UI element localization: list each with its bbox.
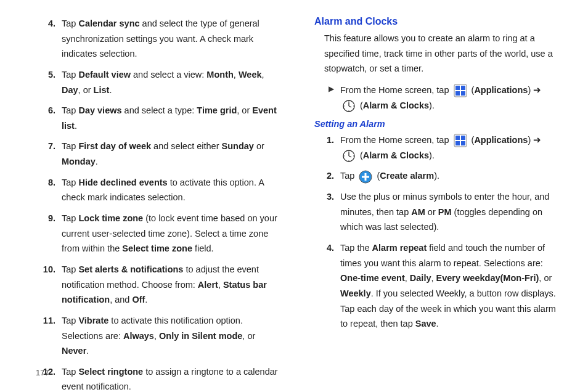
applications-grid-icon xyxy=(454,134,467,147)
step-item: 3.Use the plus or minus symbols to enter… xyxy=(314,189,558,235)
step-item: 2.Tap (Create alarm). xyxy=(314,168,558,184)
svg-rect-1 xyxy=(455,86,460,90)
step-text: Tap Set alerts & notifications to adjust… xyxy=(62,262,280,308)
step-item: 4.Tap the Alarm repeat field and touch t… xyxy=(314,240,558,332)
clock-icon xyxy=(342,99,356,113)
right-steps-list: 1.From the Home screen, tap (Application… xyxy=(314,133,558,332)
step-text: Use the plus or minus symbols to enter t… xyxy=(340,189,558,235)
step-number: 6. xyxy=(36,103,62,133)
nav-instruction: ▶ From the Home screen, tap (Application… xyxy=(314,83,558,113)
svg-point-9 xyxy=(348,110,349,112)
step-number: 10. xyxy=(36,262,62,308)
step-item: 12.Tap Select ringtone to assign a ringt… xyxy=(36,364,280,392)
step-number: 11. xyxy=(36,313,62,359)
step-number: 7. xyxy=(36,139,62,169)
clock-icon xyxy=(342,149,356,163)
svg-rect-3 xyxy=(455,91,460,96)
step-text: Tap Lock time zone (to lock event time b… xyxy=(62,211,280,256)
step-text: Tap Day views and select a type: Time gr… xyxy=(62,103,280,133)
intro-text: This feature allows you to create an ala… xyxy=(324,31,558,76)
svg-point-8 xyxy=(348,100,349,102)
step-item: 7.Tap First day of week and select eithe… xyxy=(36,139,280,169)
step-item: 1.From the Home screen, tap (Application… xyxy=(314,133,558,163)
step-item: 5.Tap Default view and select a view: Mo… xyxy=(36,67,280,97)
svg-point-11 xyxy=(353,105,354,107)
triangle-bullet-icon: ▶ xyxy=(314,83,340,113)
nav-line-text: From the Home screen, tap (Applications)… xyxy=(340,83,558,113)
section-heading-alarm-clocks: Alarm and Clocks xyxy=(314,16,558,27)
left-column: 4.Tap Calendar sync and select the type … xyxy=(36,16,280,392)
page-number: 177 xyxy=(36,368,49,377)
step-text: Tap the Alarm repeat field and touch the… xyxy=(340,240,558,332)
svg-point-10 xyxy=(343,105,345,107)
svg-point-22 xyxy=(343,155,345,157)
svg-rect-14 xyxy=(461,136,465,140)
step-item: 11.Tap Vibrate to activate this notifica… xyxy=(36,313,280,359)
svg-rect-16 xyxy=(461,141,465,145)
svg-point-23 xyxy=(353,155,354,157)
step-item: 8.Tap Hide declined events to activate t… xyxy=(36,175,280,205)
right-column: Alarm and Clocks This feature allows you… xyxy=(314,16,558,392)
step-item: 9.Tap Lock time zone (to lock event time… xyxy=(36,211,280,256)
svg-point-20 xyxy=(348,150,349,152)
svg-rect-13 xyxy=(455,136,460,140)
step-item: 4.Tap Calendar sync and select the type … xyxy=(36,16,280,62)
page: 4.Tap Calendar sync and select the type … xyxy=(0,0,588,392)
step-text: Tap Vibrate to activate this notificatio… xyxy=(62,313,280,359)
step-number: 4. xyxy=(314,240,340,332)
step-number: 2. xyxy=(314,168,340,184)
step-number: 4. xyxy=(36,16,62,62)
step-text: From the Home screen, tap (Applications)… xyxy=(340,133,558,163)
plus-circle-icon xyxy=(359,170,372,184)
subheading-setting-alarm: Setting an Alarm xyxy=(314,119,558,129)
svg-rect-2 xyxy=(461,86,465,90)
step-text: Tap (Create alarm). xyxy=(340,168,558,184)
step-text: Tap First day of week and select either … xyxy=(62,139,280,169)
step-text: Tap Default view and select a view: Mont… xyxy=(62,67,280,97)
step-number: 1. xyxy=(314,133,340,163)
step-text: Tap Calendar sync and select the type of… xyxy=(62,16,280,62)
svg-rect-26 xyxy=(362,176,369,178)
left-steps-list: 4.Tap Calendar sync and select the type … xyxy=(36,16,280,392)
svg-point-21 xyxy=(348,160,349,161)
svg-rect-15 xyxy=(455,141,460,145)
applications-grid-icon xyxy=(454,84,467,97)
step-item: 6.Tap Day views and select a type: Time … xyxy=(36,103,280,133)
step-text: Tap Hide declined events to activate thi… xyxy=(62,175,280,205)
step-number: 3. xyxy=(314,189,340,235)
step-number: 5. xyxy=(36,67,62,97)
step-text: Tap Select ringtone to assign a ringtone… xyxy=(62,364,280,392)
step-item: 10.Tap Set alerts & notifications to adj… xyxy=(36,262,280,308)
svg-rect-4 xyxy=(461,91,465,96)
step-number: 9. xyxy=(36,211,62,256)
step-number: 8. xyxy=(36,175,62,205)
